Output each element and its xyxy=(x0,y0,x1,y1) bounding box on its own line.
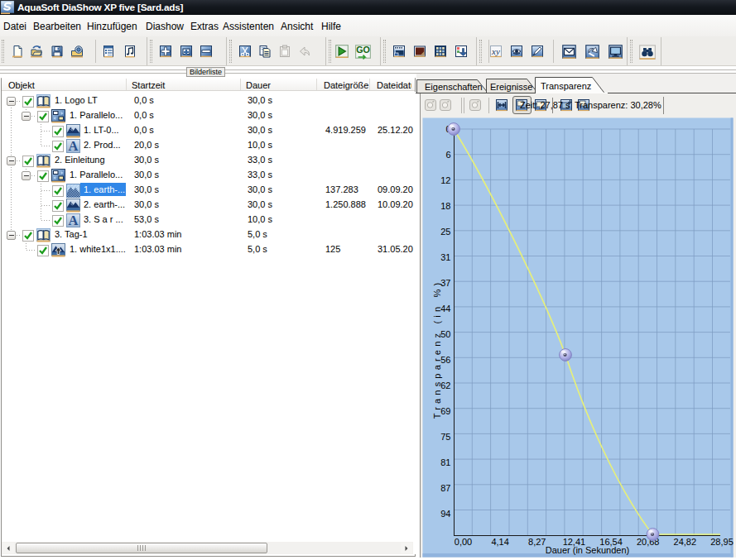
svg-text:Transparenz (in %): Transparenz (in %) xyxy=(432,280,442,419)
svg-text:28,95: 28,95 xyxy=(710,537,734,547)
svg-text:31: 31 xyxy=(440,252,450,262)
svg-text:0,00: 0,00 xyxy=(455,537,472,547)
svg-text:62: 62 xyxy=(440,381,450,390)
svg-text:18: 18 xyxy=(440,201,450,211)
svg-text:44: 44 xyxy=(440,304,450,314)
svg-text:6: 6 xyxy=(445,150,450,160)
svg-text:24,82: 24,82 xyxy=(674,537,697,547)
svg-text:94: 94 xyxy=(440,509,450,519)
svg-text:56: 56 xyxy=(440,355,450,365)
svg-text:37: 37 xyxy=(440,278,450,288)
svg-text:Dauer (in Sekunden): Dauer (in Sekunden) xyxy=(546,545,630,555)
svg-text:25: 25 xyxy=(440,227,450,237)
svg-text:75: 75 xyxy=(440,432,450,442)
svg-text:12: 12 xyxy=(440,175,450,185)
svg-text:50: 50 xyxy=(440,329,450,339)
svg-text:81: 81 xyxy=(440,457,450,467)
svg-text:87: 87 xyxy=(440,483,450,493)
svg-text:69: 69 xyxy=(440,406,450,416)
svg-text:8,27: 8,27 xyxy=(528,537,546,547)
svg-text:4,14: 4,14 xyxy=(491,537,508,547)
